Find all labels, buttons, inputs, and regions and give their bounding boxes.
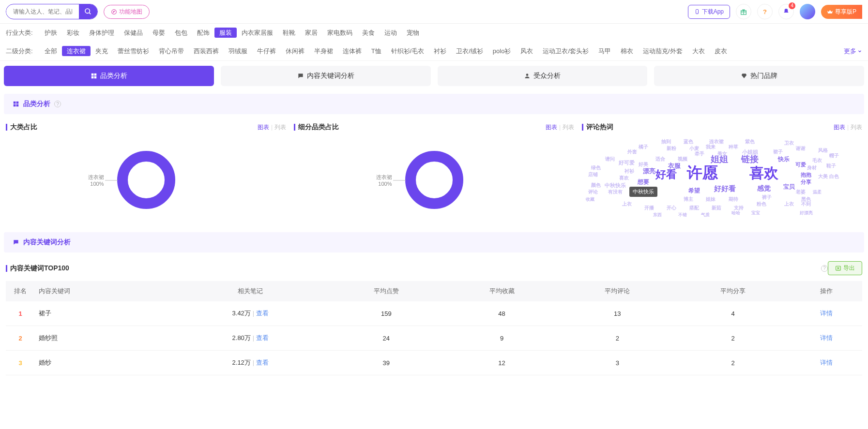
category-item[interactable]: 美食 [357,28,380,38]
vip-button[interactable]: 尊享版P [821,5,862,19]
category-item[interactable]: 针织衫/毛衣 [386,46,429,56]
category-item[interactable]: 身体护理 [84,28,119,38]
export-button[interactable]: 导出 [828,261,862,275]
search-button[interactable] [79,4,97,19]
category-item[interactable]: 家电数码 [322,28,357,38]
category-item[interactable]: 彩妆 [62,28,84,38]
cloud-word[interactable]: 收藏 [586,196,594,202]
category-item[interactable]: polo衫 [488,46,516,56]
tab-hot-brands[interactable]: 热门品牌 [654,66,864,86]
cloud-word[interactable]: 大美 [818,173,828,180]
view-link[interactable]: 查看 [256,310,269,317]
category-item[interactable]: 休闲裤 [281,46,309,56]
cloud-word[interactable]: 身材 [807,164,817,171]
category-item[interactable]: 包包 [170,28,192,38]
cloud-word[interactable]: 哈哈 [731,210,740,216]
download-app-button[interactable]: 下载App [688,5,730,19]
category-item[interactable]: 半身裙 [309,46,338,56]
help-button[interactable]: ? [757,4,773,19]
detail-link[interactable]: 详情 [820,359,833,366]
cloud-word[interactable]: 新粉 [667,145,676,152]
cloud-word[interactable]: 抽到 [661,138,671,145]
cloud-word[interactable]: 粉色 [757,201,766,207]
cloud-word[interactable]: 毛衣 [812,157,822,164]
cloud-word[interactable]: 温柔 [813,189,822,195]
category-item[interactable]: 护肤 [40,28,62,38]
help-icon[interactable]: ? [821,265,828,272]
category-item[interactable]: 牛仔裤 [252,46,281,56]
view-link[interactable]: 查看 [256,359,269,366]
cloud-word[interactable]: 希望 [688,186,700,194]
category-item[interactable]: 鞋靴 [278,28,300,38]
category-item[interactable]: T恤 [366,46,386,56]
category-item[interactable]: 皮衣 [710,46,732,56]
cloud-word[interactable]: 裤子 [762,194,772,201]
category-item[interactable]: 宠物 [402,28,424,38]
cloud-word[interactable]: 开心 [667,205,676,211]
toggle-list[interactable]: 列表 [274,124,286,131]
cloud-word[interactable]: 许愿 [687,163,718,184]
cloud-word[interactable]: 快乐 [778,155,790,163]
cloud-word[interactable]: 卫衣 [784,140,794,147]
cloud-word[interactable]: 美女 [717,150,727,157]
cloud-word[interactable]: 搭配 [689,205,699,211]
cloud-word[interactable]: 上衣 [784,201,794,207]
cloud-word[interactable]: 感觉 [757,184,771,193]
category-item[interactable]: 蕾丝雪纺衫 [113,46,154,56]
cloud-word[interactable]: 白色 [829,173,839,180]
cloud-word[interactable]: 店铺 [588,171,598,178]
notification-button[interactable]: 4 [778,4,794,19]
cloud-word[interactable]: 谢谢 [796,145,806,152]
category-item[interactable]: 棉衣 [616,46,638,56]
view-link[interactable]: 查看 [256,334,269,341]
category-item[interactable]: 大衣 [687,46,710,56]
feature-map-button[interactable]: 功能地图 [104,5,150,19]
cloud-word[interactable]: 分享 [801,178,811,185]
cloud-word[interactable]: 新茹 [712,205,721,211]
category-item[interactable]: 配饰 [192,28,214,38]
cloud-word[interactable]: 不到 [801,201,811,207]
category-item[interactable]: 全部 [40,46,62,56]
category-item[interactable]: 运动 [380,28,402,38]
cloud-word[interactable]: 宝宝 [751,210,760,216]
cloud-word[interactable]: 外套 [627,148,637,155]
category-item[interactable]: 西装西裤 [189,46,224,56]
cloud-word[interactable]: 衣服 [668,162,681,170]
cloud-word[interactable]: 评论 [588,189,598,195]
category-item[interactable]: 母婴 [148,28,170,38]
cloud-word[interactable]: 不错 [678,212,687,218]
tab-keyword-analysis[interactable]: 内容关键词分析 [221,66,431,86]
category-item[interactable]: 保健品 [119,28,148,38]
tab-category-analysis[interactable]: 品类分析 [4,66,214,86]
cloud-word[interactable]: 帽子 [829,152,839,159]
category-item[interactable]: 服装 [214,28,237,38]
cloud-word[interactable]: 喜欢 [749,163,778,183]
cloud-word[interactable]: 抱抱 [801,171,811,178]
detail-link[interactable]: 详情 [820,310,833,317]
category-item[interactable]: 家居 [300,28,322,38]
cloud-word[interactable]: 风格 [818,147,828,154]
detail-link[interactable]: 详情 [820,334,833,341]
cloud-word[interactable]: 种草 [729,144,738,150]
category-item[interactable]: 运动茄克/外套 [638,46,687,56]
category-item[interactable]: 连衣裙 [62,46,91,56]
cloud-word[interactable]: 期待 [729,196,738,203]
category-item[interactable]: 内衣家居服 [237,28,278,38]
toggle-list[interactable]: 列表 [851,124,862,131]
avatar[interactable] [800,4,815,19]
category-item[interactable]: 衬衫 [429,46,451,56]
cloud-word[interactable]: 牵手 [695,150,704,157]
tab-audience-analysis[interactable]: 受众分析 [438,66,648,86]
cloud-word[interactable]: 颜色 [591,182,601,189]
category-item[interactable]: 运动卫衣/套头衫 [538,46,594,56]
help-icon[interactable]: ? [54,101,61,107]
category-item[interactable]: 马甲 [594,46,616,56]
cloud-word[interactable]: 好好看 [714,184,736,193]
cloud-word[interactable]: 有没有 [608,189,623,195]
cloud-word[interactable]: 上衣 [622,201,632,207]
cloud-word[interactable]: 气质 [701,212,710,218]
cloud-word[interactable]: 博主 [684,196,693,203]
cloud-word[interactable]: 喜欢 [619,175,629,181]
category-item[interactable]: 夹克 [91,46,113,56]
category-item[interactable]: 背心吊带 [154,46,189,56]
